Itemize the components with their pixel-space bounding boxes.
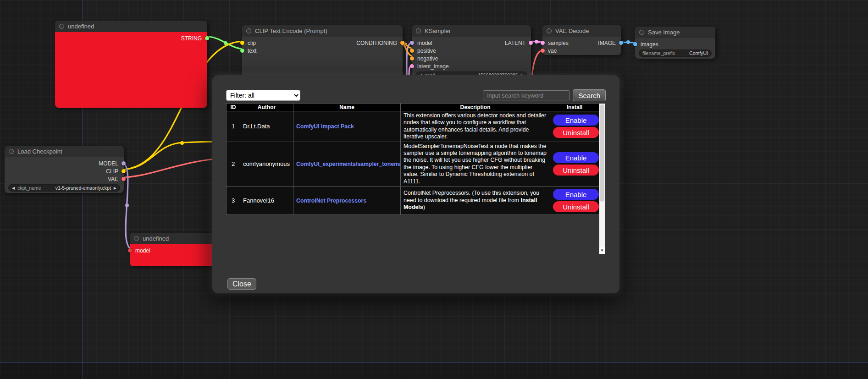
port-vae-input[interactable] [541, 49, 545, 53]
port-label-samples: samples [548, 40, 569, 46]
cell-description: This extension offers various detector n… [401, 111, 550, 142]
enable-button[interactable]: Enable [553, 152, 599, 163]
port-label-model-out: MODEL [99, 160, 118, 167]
node-title: undefined [68, 23, 94, 30]
header-name: Name [293, 104, 401, 111]
port-text-input[interactable] [240, 49, 244, 53]
extension-link[interactable]: ComfyUI Impact Pack [296, 123, 354, 130]
node-body-error: model [130, 244, 216, 266]
extension-row: 1 Dr.Lt.Data ComfyUI Impact Pack This ex… [227, 111, 599, 142]
cell-description: ModelSamplerTonemapNoiseTest a node that… [401, 142, 550, 186]
header-install: Install [550, 104, 599, 111]
uninstall-button[interactable]: Uninstall [553, 165, 599, 176]
filter-select[interactable]: Filter: all [226, 90, 300, 101]
ckpt-name-widget[interactable]: ◀ ckpt_name v1-5-pruned-emaonly.ckpt ▶ [8, 184, 120, 192]
node-undefined-bottom[interactable]: undefined model [130, 233, 216, 266]
close-button[interactable]: Close [227, 278, 256, 290]
port-model-output[interactable] [122, 161, 126, 165]
widget-increment-arrow-icon[interactable]: ▶ [114, 186, 116, 190]
port-negative-input[interactable] [410, 56, 414, 60]
node-collapse-dot[interactable] [416, 28, 421, 33]
port-clip-input[interactable] [240, 41, 244, 45]
node-title-bar[interactable]: CLIP Text Encode (Prompt) [242, 25, 403, 37]
cell-id: 1 [227, 111, 240, 142]
port-vae-output[interactable] [122, 177, 126, 181]
node-body-error: STRING [55, 32, 207, 108]
header-author: Author [240, 104, 293, 111]
enable-button[interactable]: Enable [553, 115, 599, 126]
cell-author: Fannovel16 [240, 187, 293, 215]
node-load-checkpoint[interactable]: Load Checkpoint MODEL CLIP VAE ◀ ckpt_na… [5, 146, 124, 193]
port-conditioning-output[interactable] [400, 41, 404, 45]
port-label-negative: negative [417, 55, 438, 62]
extension-link[interactable]: ControlNet Preprocessors [296, 198, 366, 204]
node-body: samples IMAGE vae [542, 37, 621, 55]
node-title-bar[interactable]: VAE Decode [542, 25, 621, 37]
port-label-images: images [641, 41, 658, 48]
node-collapse-dot[interactable] [547, 28, 552, 33]
filename-prefix-label: filename_prefix [642, 50, 675, 56]
uninstall-button[interactable]: Uninstall [553, 127, 599, 138]
node-body: images filename_prefix ComfyUI [635, 38, 715, 59]
search-button[interactable]: Search [573, 89, 606, 101]
port-model-input[interactable] [128, 248, 132, 253]
port-latent-output[interactable] [529, 41, 533, 45]
enable-button[interactable]: Enable [553, 189, 599, 200]
node-vae-decode[interactable]: VAE Decode samples IMAGE vae [542, 25, 621, 55]
search-input[interactable] [483, 90, 570, 100]
node-title: Load Checkpoint [17, 148, 62, 155]
extension-row: 3 Fannovel16 ControlNet Preprocessors Co… [227, 187, 599, 215]
node-title-bar[interactable]: KSampler [412, 25, 531, 37]
node-collapse-dot[interactable] [639, 30, 644, 35]
port-label-model: model [135, 247, 150, 254]
scrollbar-thumb[interactable] [600, 104, 604, 202]
port-image-output[interactable] [619, 41, 623, 45]
port-positive-input[interactable] [410, 49, 414, 53]
description-text: ModelSamplerTonemapNoiseTest a node that… [404, 143, 547, 185]
extension-manager-dialog: Filter: all Search ID Author Name Descri… [212, 75, 619, 293]
port-model-input[interactable] [410, 41, 414, 45]
port-latent-image-input[interactable] [410, 64, 414, 68]
port-clip-output[interactable] [122, 169, 126, 173]
cell-name: ControlNet Preprocessors [293, 187, 401, 215]
description-text: ) [423, 204, 425, 210]
canvas-bounds-bottom [0, 363, 868, 379]
node-title: VAE Decode [555, 27, 589, 34]
scrollbar-down-arrow-icon[interactable]: ▼ [599, 247, 605, 254]
node-title: CLIP Text Encode (Prompt) [255, 27, 327, 34]
filename-prefix-value: ComfyUI [689, 50, 708, 56]
extension-link[interactable]: ComfyUI_experiments/sampler_tonemap [296, 161, 401, 167]
uninstall-button[interactable]: Uninstall [553, 201, 599, 212]
port-label-vae-out: VAE [108, 176, 118, 182]
description-text: This extension offers various detector n… [404, 112, 546, 140]
dialog-topbar: Filter: all Search [226, 89, 606, 101]
extension-table: ID Author Name Description Install 1 Dr.… [226, 103, 599, 215]
node-save-image[interactable]: Save Image images filename_prefix ComfyU… [635, 27, 715, 59]
port-string-output[interactable] [205, 36, 209, 40]
node-undefined-top[interactable]: undefined STRING [55, 21, 207, 108]
node-collapse-dot[interactable] [134, 236, 139, 241]
node-collapse-dot[interactable] [246, 28, 251, 33]
port-label-conditioning: CONDITIONING [356, 40, 397, 46]
canvas-bound-line-horizontal [0, 362, 868, 363]
cell-author: comfyanonymous [240, 142, 293, 186]
table-scrollbar[interactable]: ▼ [599, 103, 605, 254]
port-label-positive: positive [417, 48, 436, 54]
port-images-input[interactable] [633, 42, 637, 46]
node-title-bar[interactable]: Load Checkpoint [5, 146, 124, 157]
widget-decrement-arrow-icon[interactable]: ◀ [12, 186, 15, 190]
cell-install: Enable Uninstall [550, 142, 599, 186]
node-title-bar[interactable]: Save Image [635, 27, 715, 38]
search-area: Search [483, 89, 606, 101]
extension-row: 2 comfyanonymous ComfyUI_experiments/sam… [227, 142, 599, 186]
filename-prefix-widget[interactable]: filename_prefix ComfyUI [639, 49, 712, 57]
node-title-bar[interactable]: undefined [55, 21, 207, 32]
port-samples-input[interactable] [541, 41, 545, 45]
node-collapse-dot[interactable] [9, 149, 14, 154]
node-title: KSampler [425, 27, 451, 34]
table-header-row: ID Author Name Description Install [227, 104, 599, 111]
cell-name: ComfyUI Impact Pack [293, 111, 401, 142]
node-collapse-dot[interactable] [59, 24, 64, 29]
node-title-bar[interactable]: undefined [130, 233, 216, 244]
header-id: ID [227, 104, 240, 111]
